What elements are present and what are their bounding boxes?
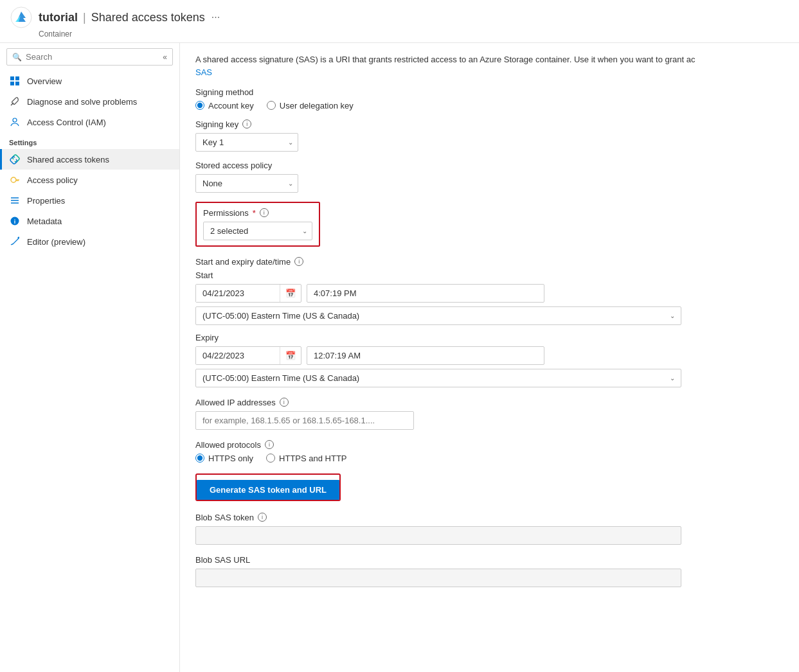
svg-rect-3 [10, 82, 14, 85]
bars-icon [9, 195, 21, 206]
account-key-label: Account key [208, 101, 254, 111]
start-expiry-label-text: Start and expiry date/time i [195, 257, 784, 267]
expiry-date-input[interactable] [196, 347, 280, 364]
allowed-ip-label: Allowed IP addresses [195, 398, 276, 407]
content-description: A shared access signature (SAS) is a URI… [195, 53, 784, 66]
https-http-label: HTTPS and HTTP [279, 454, 346, 463]
svg-rect-4 [15, 82, 19, 85]
sidebar-item-label-access-policy: Access policy [27, 175, 78, 185]
settings-section-label: Settings [0, 132, 179, 149]
sidebar-item-label-overview: Overview [27, 76, 62, 86]
header-sub-label: Container [0, 30, 799, 42]
link-icon [9, 154, 21, 165]
start-time-input[interactable] [307, 284, 544, 303]
sidebar-item-label-metadata: Metadata [27, 217, 62, 226]
stored-policy-select[interactable]: None [195, 174, 298, 193]
blob-sas-token-info-icon[interactable]: i [258, 513, 267, 522]
signing-key-select-wrapper: Key 1 Key 2 ⌄ [195, 133, 298, 152]
start-label: Start [195, 270, 784, 280]
start-date-input[interactable] [196, 285, 280, 302]
sidebar-item-properties[interactable]: Properties [0, 190, 179, 211]
signing-key-label: Signing key [195, 119, 238, 129]
sidebar-item-editor[interactable]: Editor (preview) [0, 231, 179, 252]
permissions-label: Permissions [203, 208, 249, 218]
start-date-calendar-icon[interactable]: 📅 [280, 285, 301, 302]
resource-name: tutorial [39, 11, 78, 24]
blob-sas-token-input[interactable] [195, 526, 681, 545]
https-only-radio[interactable] [195, 454, 204, 463]
sidebar-item-diagnose[interactable]: Diagnose and solve problems [0, 91, 179, 112]
sidebar-item-label-editor: Editor (preview) [27, 237, 85, 247]
key-icon [9, 174, 21, 186]
sidebar-item-label-properties: Properties [27, 196, 65, 206]
search-icon: 🔍 [12, 53, 22, 62]
allowed-protocols-label-text: Allowed protocols i [195, 440, 784, 450]
https-http-option[interactable]: HTTPS and HTTP [266, 454, 346, 463]
expiry-date-calendar-icon[interactable]: 📅 [280, 347, 301, 364]
user-delegation-label: User delegation key [280, 101, 354, 111]
sidebar-item-label-iam: Access Control (IAM) [27, 118, 106, 127]
page-title: Shared access tokens [91, 11, 205, 24]
user-delegation-radio[interactable] [267, 101, 276, 110]
permissions-box: Permissions * i 2 selected ⌄ [195, 202, 320, 247]
user-delegation-key-option[interactable]: User delegation key [267, 101, 354, 111]
collapse-icon[interactable]: « [163, 53, 167, 62]
svg-rect-1 [10, 76, 14, 80]
allowed-protocols-label: Allowed protocols [195, 440, 261, 450]
allowed-ip-info-icon[interactable]: i [280, 398, 289, 407]
grid-icon [9, 75, 21, 87]
expiry-date-wrapper: 📅 [195, 346, 301, 365]
start-expiry-label: Start and expiry date/time [195, 257, 291, 267]
expiry-tz-select[interactable]: (UTC-05:00) Eastern Time (US & Canada) [195, 369, 681, 387]
pencil-icon [9, 236, 21, 247]
start-expiry-info-icon[interactable]: i [294, 257, 303, 266]
signing-method-label: Signing method [195, 87, 784, 97]
header: tutorial | Shared access tokens ··· Cont… [0, 0, 799, 43]
account-key-option[interactable]: Account key [195, 101, 254, 111]
permissions-info-icon[interactable]: i [260, 208, 269, 217]
allowed-ip-input[interactable] [195, 411, 414, 430]
allowed-protocols-info-icon[interactable]: i [265, 440, 274, 449]
expiry-time-input[interactable] [307, 346, 544, 365]
svg-point-7 [11, 177, 16, 182]
sidebar-item-label-diagnose: Diagnose and solve problems [27, 97, 137, 107]
stored-policy-select-wrapper: None ⌄ [195, 174, 298, 193]
permissions-label-text: Permissions * i [203, 208, 312, 218]
start-date-wrapper: 📅 [195, 284, 301, 303]
allowed-ip-label-text: Allowed IP addresses i [195, 398, 784, 407]
sas-link[interactable]: SAS [195, 67, 212, 77]
header-dots[interactable]: ··· [211, 12, 220, 23]
azure-logo [10, 6, 32, 28]
account-key-radio[interactable] [195, 101, 204, 110]
https-only-label: HTTPS only [208, 454, 253, 463]
info-circle-icon: i [9, 215, 21, 227]
permissions-select[interactable]: 2 selected [203, 222, 312, 240]
stored-policy-label-text: Stored access policy [195, 161, 784, 170]
sidebar-item-access-control[interactable]: Access Control (IAM) [0, 112, 179, 132]
header-separator: | [83, 11, 86, 24]
sidebar-item-access-policy[interactable]: Access policy [0, 170, 179, 190]
signing-key-label-text: Signing key i [195, 119, 784, 129]
https-only-option[interactable]: HTTPS only [195, 454, 253, 463]
search-input[interactable] [26, 52, 160, 62]
blob-sas-url-input[interactable] [195, 569, 681, 587]
expiry-tz-wrapper: (UTC-05:00) Eastern Time (US & Canada) ⌄ [195, 369, 681, 387]
permissions-required: * [253, 208, 256, 218]
https-http-radio[interactable] [266, 454, 275, 463]
sidebar: 🔍 « Overview Diagnose and solve problems… [0, 43, 180, 672]
sidebar-item-metadata[interactable]: i Metadata [0, 211, 179, 231]
content-area: A shared access signature (SAS) is a URI… [180, 43, 799, 672]
signing-key-info-icon[interactable]: i [242, 119, 251, 128]
sidebar-item-shared-access-tokens[interactable]: Shared access tokens [0, 149, 179, 170]
svg-text:i: i [14, 218, 16, 225]
signing-key-select[interactable]: Key 1 Key 2 [195, 133, 298, 152]
blob-sas-url-label: Blob SAS URL [195, 555, 784, 565]
blob-sas-token-label-text: Blob SAS token i [195, 513, 784, 522]
svg-rect-2 [15, 76, 19, 80]
sidebar-item-overview[interactable]: Overview [0, 71, 179, 91]
generate-sas-button[interactable]: Generate SAS token and URL [197, 480, 339, 500]
start-tz-select[interactable]: (UTC-05:00) Eastern Time (US & Canada) [195, 306, 681, 325]
person-icon [9, 116, 21, 128]
protocols-radio-group: HTTPS only HTTPS and HTTP [195, 454, 784, 463]
blob-sas-token-label: Blob SAS token [195, 513, 254, 522]
